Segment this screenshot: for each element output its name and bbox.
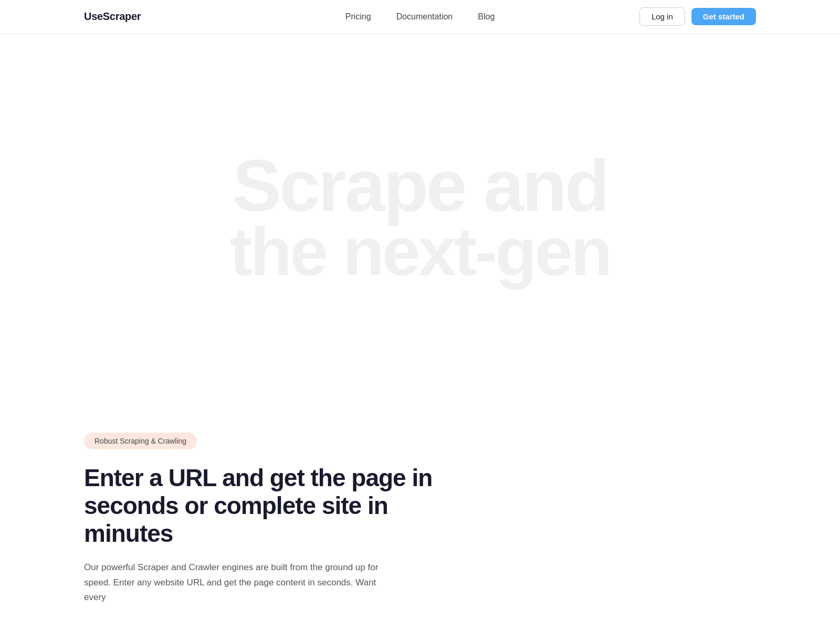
- feature-section: Robust Scraping & Crawling Enter a URL a…: [0, 401, 840, 630]
- hero-bg-line2: the next-gen: [0, 217, 840, 286]
- login-button[interactable]: Log in: [639, 7, 685, 26]
- section-heading: Enter a URL and get the page in seconds …: [84, 464, 452, 548]
- hero-bg-line1: Scrape and: [0, 149, 840, 223]
- section-heading-line2: seconds or complete site in minutes: [84, 492, 388, 547]
- nav-pricing[interactable]: Pricing: [345, 12, 371, 22]
- nav-actions: Log in Get started: [639, 7, 756, 26]
- navbar: UseScraper Pricing Documentation Blog Lo…: [0, 0, 840, 34]
- hero-section: Scrape and the next-gen: [0, 34, 840, 401]
- hero-background-text: Scrape and the next-gen: [0, 149, 840, 286]
- section-description: Our powerful Scraper and Crawler engines…: [84, 560, 399, 606]
- section-heading-line1: Enter a URL and get the page in: [84, 464, 432, 491]
- get-started-button[interactable]: Get started: [691, 8, 756, 25]
- brand-logo[interactable]: UseScraper: [84, 10, 141, 23]
- nav-blog[interactable]: Blog: [478, 12, 495, 22]
- nav-documentation[interactable]: Documentation: [396, 12, 453, 22]
- nav-links: Pricing Documentation Blog: [345, 12, 495, 22]
- feature-tag: Robust Scraping & Crawling: [84, 433, 197, 449]
